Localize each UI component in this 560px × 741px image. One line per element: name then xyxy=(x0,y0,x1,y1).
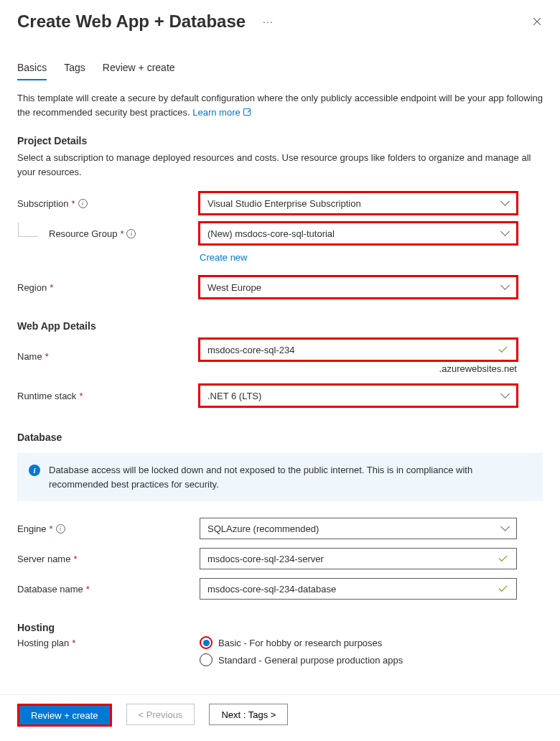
info-icon[interactable]: i xyxy=(56,524,65,533)
tab-review-create[interactable]: Review + create xyxy=(103,62,175,80)
runtime-label: Runtime stack * xyxy=(17,391,200,401)
review-create-button[interactable]: Review + create xyxy=(17,704,112,727)
tree-line-icon xyxy=(18,223,38,237)
subscription-label-text: Subscription xyxy=(17,198,69,209)
hosting-plan-row: Hosting plan * Basic - For hobby or rese… xyxy=(17,636,543,666)
subscription-row: Subscription * i Visual Studio Enterpris… xyxy=(17,192,543,215)
required-marker: * xyxy=(45,351,49,362)
required-marker: * xyxy=(73,554,77,564)
info-icon[interactable]: i xyxy=(78,199,88,208)
engine-row: Engine * i SQLAzure (recommended) xyxy=(17,517,543,540)
name-row: Name * msdocs-core-sql-234 .azurewebsite… xyxy=(17,339,543,374)
region-select[interactable]: West Europe xyxy=(200,276,517,298)
required-marker: * xyxy=(50,282,53,293)
learn-more-link[interactable]: Learn more xyxy=(192,106,250,120)
runtime-select[interactable]: .NET 6 (LTS) xyxy=(200,385,517,406)
hosting-plan-label-text: Hosting plan xyxy=(17,638,69,648)
chevron-down-icon xyxy=(502,393,509,398)
learn-more-label: Learn more xyxy=(192,106,240,120)
intro-text-span: This template will create a secure by de… xyxy=(17,93,543,118)
hosting-plan-standard-label: Standard - General purpose production ap… xyxy=(218,655,403,666)
project-details-desc: Select a subscription to manage deployed… xyxy=(17,151,543,179)
database-heading: Database xyxy=(17,432,543,443)
name-label: Name * xyxy=(17,351,200,362)
region-row: Region * West Europe xyxy=(17,276,543,299)
chevron-down-icon xyxy=(502,285,509,289)
check-icon xyxy=(499,585,509,592)
server-name-input[interactable]: msdocs-core-sql-234-server xyxy=(200,548,517,569)
tabs: Basics Tags Review + create xyxy=(0,62,560,81)
required-marker: * xyxy=(86,584,90,595)
create-new-link[interactable]: Create new xyxy=(200,252,543,263)
engine-label: Engine * i xyxy=(17,523,200,534)
domain-suffix: .azurewebsites.net xyxy=(200,363,517,374)
server-name-label-text: Server name xyxy=(17,554,70,564)
hosting-plan-basic-label: Basic - For hobby or research purposes xyxy=(218,638,382,648)
web-app-details-heading: Web App Details xyxy=(17,320,543,332)
hosting-heading: Hosting xyxy=(17,622,543,633)
engine-value: SQLAzure (recommended) xyxy=(207,523,319,534)
region-label: Region * xyxy=(17,282,200,293)
chevron-down-icon xyxy=(502,231,509,236)
info-icon: i xyxy=(29,465,40,476)
required-marker: * xyxy=(72,198,75,209)
check-icon xyxy=(499,555,509,562)
chevron-down-icon xyxy=(502,526,509,531)
footer: Review + create < Previous Next : Tags > xyxy=(0,694,560,741)
database-info-callout: i Database access will be locked down an… xyxy=(17,453,543,501)
content: This template will create a secure by de… xyxy=(0,81,560,666)
name-input[interactable]: msdocs-core-sql-234 xyxy=(200,339,517,360)
name-label-text: Name xyxy=(17,351,42,362)
resource-group-label: Resource Group * i xyxy=(17,228,200,239)
close-icon[interactable] xyxy=(531,16,543,27)
hosting-plan-basic[interactable]: Basic - For hobby or research purposes xyxy=(200,636,517,649)
subscription-label: Subscription * i xyxy=(17,198,200,209)
header: Create Web App + Database ··· xyxy=(0,0,560,34)
resource-group-select[interactable]: (New) msdocs-core-sql-tutorial xyxy=(200,223,517,244)
tab-basics[interactable]: Basics xyxy=(17,62,47,80)
previous-button: < Previous xyxy=(126,704,195,725)
next-button[interactable]: Next : Tags > xyxy=(209,704,288,725)
hosting-plan-label: Hosting plan * xyxy=(17,636,200,648)
project-details-heading: Project Details xyxy=(17,135,543,146)
hosting-plan-radio-group: Basic - For hobby or research purposes S… xyxy=(200,636,517,666)
database-name-row: Database name * msdocs-core-sql-234-data… xyxy=(17,577,543,600)
runtime-label-text: Runtime stack xyxy=(17,391,76,401)
more-icon[interactable]: ··· xyxy=(263,16,274,27)
info-icon[interactable]: i xyxy=(126,229,136,238)
radio-icon xyxy=(200,653,213,666)
name-value: msdocs-core-sql-234 xyxy=(207,345,294,355)
database-name-input[interactable]: msdocs-core-sql-234-database xyxy=(200,578,517,600)
radio-icon xyxy=(200,636,213,649)
engine-select[interactable]: SQLAzure (recommended) xyxy=(200,518,517,539)
required-marker: * xyxy=(72,638,75,648)
database-name-label-text: Database name xyxy=(17,584,83,595)
runtime-value: .NET 6 (LTS) xyxy=(207,391,261,401)
required-marker: * xyxy=(120,228,123,239)
server-name-row: Server name * msdocs-core-sql-234-server xyxy=(17,547,543,570)
resource-group-row: Resource Group * i (New) msdocs-core-sql… xyxy=(17,222,543,245)
region-value: West Europe xyxy=(207,282,261,293)
tab-tags[interactable]: Tags xyxy=(64,62,85,80)
resource-group-label-text: Resource Group xyxy=(49,228,117,239)
subscription-select[interactable]: Visual Studio Enterprise Subscription xyxy=(200,192,517,214)
server-name-value: msdocs-core-sql-234-server xyxy=(207,554,324,564)
callout-text: Database access will be locked down and … xyxy=(49,463,531,491)
required-marker: * xyxy=(49,523,52,534)
intro-text: This template will create a secure by de… xyxy=(17,91,543,119)
database-name-value: msdocs-core-sql-234-database xyxy=(207,584,336,595)
hosting-plan-standard[interactable]: Standard - General purpose production ap… xyxy=(200,653,517,666)
region-label-text: Region xyxy=(17,282,47,293)
runtime-row: Runtime stack * .NET 6 (LTS) xyxy=(17,384,543,407)
server-name-label: Server name * xyxy=(17,554,200,564)
database-name-label: Database name * xyxy=(17,584,200,595)
resource-group-value: (New) msdocs-core-sql-tutorial xyxy=(207,228,335,239)
chevron-down-icon xyxy=(502,201,509,205)
subscription-value: Visual Studio Enterprise Subscription xyxy=(207,198,361,209)
check-icon xyxy=(499,346,509,353)
page-title: Create Web App + Database xyxy=(17,11,246,32)
required-marker: * xyxy=(79,391,83,401)
external-link-icon xyxy=(243,108,251,116)
engine-label-text: Engine xyxy=(17,523,46,534)
